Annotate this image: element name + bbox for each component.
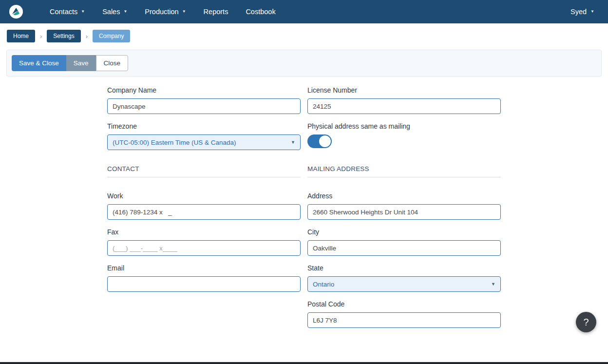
bottom-strip <box>0 362 608 364</box>
nav-item-costbook[interactable]: Costbook <box>238 4 283 19</box>
breadcrumb-settings[interactable]: Settings <box>47 30 80 42</box>
chevron-down-icon: ▼ <box>123 10 127 14</box>
top-navbar: Contacts ▼ Sales ▼ Production ▼ Reports … <box>0 0 608 23</box>
nav-label-contacts: Contacts <box>50 8 77 16</box>
email-field-group: Email <box>107 264 301 292</box>
chevron-down-icon: ▼ <box>182 10 186 14</box>
nav-item-reports[interactable]: Reports <box>196 4 236 19</box>
physical-same-label: Physical address same as mailing <box>307 122 501 130</box>
state-label: State <box>307 264 501 272</box>
company-name-label: Company Name <box>107 86 301 94</box>
state-select[interactable]: Ontario ▼ <box>307 276 501 292</box>
state-selected-value: Ontario <box>313 281 491 288</box>
chevron-down-icon: ▼ <box>491 282 495 287</box>
breadcrumb-home[interactable]: Home <box>7 30 35 42</box>
save-and-close-button[interactable]: Save & Close <box>12 55 66 71</box>
user-name: Syed <box>570 8 587 16</box>
chevron-down-icon: ▼ <box>590 10 594 14</box>
license-number-field-group: License Number <box>307 86 501 114</box>
license-number-input[interactable] <box>307 98 501 114</box>
toggle-knob-icon <box>319 135 331 147</box>
email-input[interactable] <box>107 276 301 292</box>
nav-label-sales: Sales <box>102 8 120 16</box>
breadcrumb-separator-icon: › <box>86 33 88 40</box>
work-phone-input[interactable] <box>107 204 301 220</box>
physical-same-field-group: Physical address same as mailing <box>307 122 501 150</box>
city-input[interactable] <box>307 240 501 256</box>
mailing-address-section-header: MAILING ADDRESS <box>307 165 501 177</box>
user-menu[interactable]: Syed ▼ <box>566 4 599 19</box>
nav-label-reports: Reports <box>204 8 228 16</box>
company-name-field-group: Company Name <box>107 86 301 114</box>
postal-code-field-group: Postal Code <box>307 300 501 328</box>
main-nav: Contacts ▼ Sales ▼ Production ▼ Reports … <box>42 4 284 19</box>
app-logo[interactable] <box>9 4 23 19</box>
fax-input[interactable] <box>107 240 301 256</box>
work-field-group: Work <box>107 192 301 220</box>
license-number-label: License Number <box>307 86 501 94</box>
timezone-selected-value: (UTC-05:00) Eastern Time (US & Canada) <box>113 139 291 146</box>
breadcrumb-separator-icon: › <box>40 33 42 40</box>
toolbar-button-group: Save & Close Save Close <box>12 55 128 71</box>
help-button[interactable]: ? <box>576 312 596 332</box>
breadcrumb-company[interactable]: Company <box>93 30 130 42</box>
action-toolbar: Save & Close Save Close <box>6 50 602 77</box>
nav-item-sales[interactable]: Sales ▼ <box>95 4 135 19</box>
postal-code-input[interactable] <box>307 312 501 328</box>
company-name-input[interactable] <box>107 98 301 114</box>
city-field-group: City <box>307 228 501 256</box>
timezone-field-group: Timezone (UTC-05:00) Eastern Time (US & … <box>107 122 301 150</box>
close-button[interactable]: Close <box>96 55 129 71</box>
chevron-down-icon: ▼ <box>81 10 85 14</box>
timezone-select[interactable]: (UTC-05:00) Eastern Time (US & Canada) ▼ <box>107 134 301 150</box>
address-label: Address <box>307 192 501 200</box>
logo-icon <box>9 4 23 19</box>
fax-field-group: Fax <box>107 228 301 256</box>
save-button[interactable]: Save <box>66 55 96 71</box>
address-field-group: Address <box>307 192 501 220</box>
fax-label: Fax <box>107 228 301 236</box>
work-label: Work <box>107 192 301 200</box>
postal-code-label: Postal Code <box>307 300 501 308</box>
contact-section-header: CONTACT <box>107 165 301 177</box>
company-settings-form: Company Name License Number Timezone (UT… <box>107 86 501 336</box>
empty-cell <box>107 300 301 336</box>
email-label: Email <box>107 264 301 272</box>
physical-same-toggle[interactable] <box>307 134 332 148</box>
breadcrumb: Home › Settings › Company <box>0 23 608 49</box>
nav-item-production[interactable]: Production ▼ <box>137 4 193 19</box>
state-field-group: State Ontario ▼ <box>307 264 501 292</box>
nav-label-costbook: Costbook <box>246 8 275 16</box>
chevron-down-icon: ▼ <box>291 140 295 145</box>
address-input[interactable] <box>307 204 501 220</box>
nav-label-production: Production <box>145 8 178 16</box>
timezone-label: Timezone <box>107 122 301 130</box>
city-label: City <box>307 228 501 236</box>
nav-item-contacts[interactable]: Contacts ▼ <box>42 4 93 19</box>
